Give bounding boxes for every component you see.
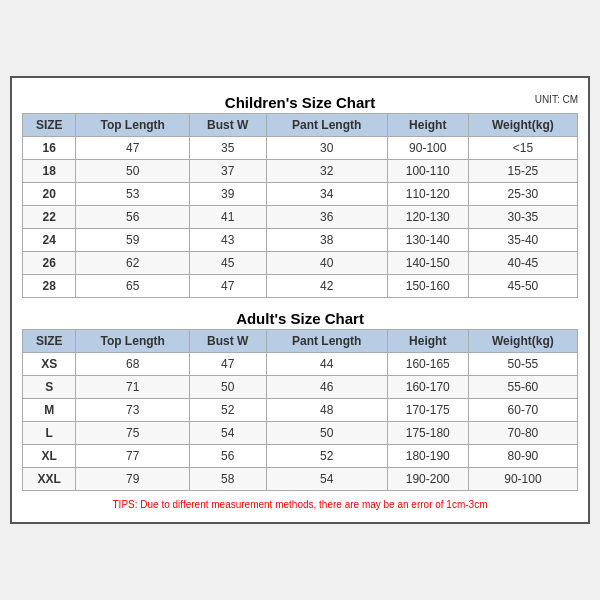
adult-title-text: Adult's Size Chart (236, 310, 364, 327)
table-cell: 160-165 (387, 353, 468, 376)
table-row: 20533934110-12025-30 (23, 183, 578, 206)
table-cell: 32 (266, 160, 387, 183)
table-cell: 41 (189, 206, 266, 229)
table-cell: 52 (266, 445, 387, 468)
table-cell: 40-45 (468, 252, 577, 275)
table-cell: 22 (23, 206, 76, 229)
table-cell: 80-90 (468, 445, 577, 468)
table-cell: 44 (266, 353, 387, 376)
table-cell: 35-40 (468, 229, 577, 252)
adult-col-size: SIZE (23, 330, 76, 353)
table-cell: 90-100 (468, 468, 577, 491)
table-cell: 50-55 (468, 353, 577, 376)
table-row: 18503732100-11015-25 (23, 160, 578, 183)
table-cell: 150-160 (387, 275, 468, 298)
adult-col-pant-length: Pant Length (266, 330, 387, 353)
table-cell: 50 (76, 160, 189, 183)
adult-table-body: XS684744160-16550-55S715046160-17055-60M… (23, 353, 578, 491)
table-cell: 16 (23, 137, 76, 160)
table-cell: XXL (23, 468, 76, 491)
children-col-weight: Weight(kg) (468, 114, 577, 137)
table-cell: 170-175 (387, 399, 468, 422)
table-cell: 77 (76, 445, 189, 468)
table-cell: 68 (76, 353, 189, 376)
table-cell: 50 (189, 376, 266, 399)
table-cell: 50 (266, 422, 387, 445)
children-header-row: SIZE Top Length Bust W Pant Length Heigh… (23, 114, 578, 137)
table-row: 24594338130-14035-40 (23, 229, 578, 252)
table-cell: 110-120 (387, 183, 468, 206)
adult-col-height: Height (387, 330, 468, 353)
table-cell: 47 (189, 353, 266, 376)
table-row: 22564136120-13030-35 (23, 206, 578, 229)
table-cell: 55-60 (468, 376, 577, 399)
adult-size-table: SIZE Top Length Bust W Pant Length Heigh… (22, 329, 578, 491)
table-cell: 37 (189, 160, 266, 183)
table-row: XXL795854190-20090-100 (23, 468, 578, 491)
children-title-text: Children's Size Chart (225, 94, 375, 111)
table-cell: 75 (76, 422, 189, 445)
adult-section-title: Adult's Size Chart (22, 304, 578, 329)
children-col-top-length: Top Length (76, 114, 189, 137)
table-cell: <15 (468, 137, 577, 160)
table-cell: 54 (266, 468, 387, 491)
table-cell: XS (23, 353, 76, 376)
table-cell: 43 (189, 229, 266, 252)
table-cell: 60-70 (468, 399, 577, 422)
table-cell: 38 (266, 229, 387, 252)
table-cell: 26 (23, 252, 76, 275)
adult-header-row: SIZE Top Length Bust W Pant Length Heigh… (23, 330, 578, 353)
table-row: 28654742150-16045-50 (23, 275, 578, 298)
size-chart-container: Children's Size Chart UNIT: CM SIZE Top … (10, 76, 590, 524)
table-cell: 40 (266, 252, 387, 275)
adult-col-weight: Weight(kg) (468, 330, 577, 353)
table-row: XS684744160-16550-55 (23, 353, 578, 376)
children-col-height: Height (387, 114, 468, 137)
table-cell: 79 (76, 468, 189, 491)
table-cell: S (23, 376, 76, 399)
table-cell: 46 (266, 376, 387, 399)
adult-col-bust-w: Bust W (189, 330, 266, 353)
table-cell: 70-80 (468, 422, 577, 445)
table-cell: 62 (76, 252, 189, 275)
children-col-size: SIZE (23, 114, 76, 137)
table-row: XL775652180-19080-90 (23, 445, 578, 468)
table-cell: 100-110 (387, 160, 468, 183)
table-cell: 39 (189, 183, 266, 206)
table-cell: 160-170 (387, 376, 468, 399)
children-col-bust-w: Bust W (189, 114, 266, 137)
table-cell: 34 (266, 183, 387, 206)
table-cell: 45-50 (468, 275, 577, 298)
table-cell: L (23, 422, 76, 445)
table-row: M735248170-17560-70 (23, 399, 578, 422)
table-row: S715046160-17055-60 (23, 376, 578, 399)
table-cell: 47 (189, 275, 266, 298)
tips-text: TIPS: Due to different measurement metho… (22, 497, 578, 512)
table-cell: 42 (266, 275, 387, 298)
table-cell: 28 (23, 275, 76, 298)
table-cell: 53 (76, 183, 189, 206)
table-cell: 59 (76, 229, 189, 252)
table-row: 26624540140-15040-45 (23, 252, 578, 275)
table-row: L755450175-18070-80 (23, 422, 578, 445)
children-table-body: 1647353090-100<1518503732100-11015-25205… (23, 137, 578, 298)
table-cell: 20 (23, 183, 76, 206)
table-row: 1647353090-100<15 (23, 137, 578, 160)
table-cell: 45 (189, 252, 266, 275)
table-cell: 30-35 (468, 206, 577, 229)
table-cell: M (23, 399, 76, 422)
table-cell: 54 (189, 422, 266, 445)
table-cell: XL (23, 445, 76, 468)
table-cell: 24 (23, 229, 76, 252)
table-cell: 48 (266, 399, 387, 422)
table-cell: 140-150 (387, 252, 468, 275)
table-cell: 47 (76, 137, 189, 160)
table-cell: 120-130 (387, 206, 468, 229)
table-cell: 25-30 (468, 183, 577, 206)
table-cell: 175-180 (387, 422, 468, 445)
table-cell: 58 (189, 468, 266, 491)
children-col-pant-length: Pant Length (266, 114, 387, 137)
table-cell: 56 (189, 445, 266, 468)
table-cell: 73 (76, 399, 189, 422)
table-cell: 90-100 (387, 137, 468, 160)
